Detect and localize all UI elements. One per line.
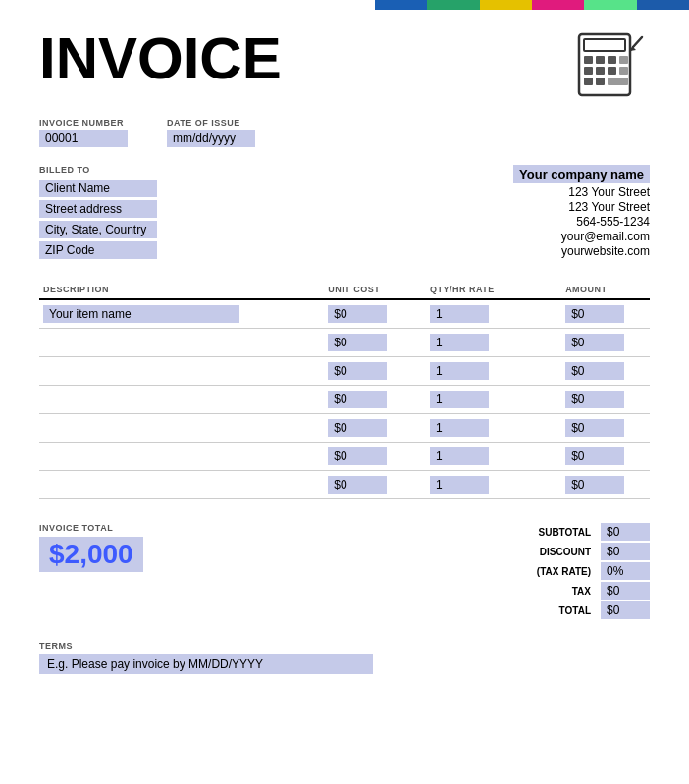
col-header-qty: QTY/HR RATE <box>426 281 561 299</box>
table-cell-description-0: Your item name <box>39 299 324 329</box>
date-of-issue-value[interactable]: mm/dd/yyyy <box>167 130 255 147</box>
total-value[interactable]: $0 <box>601 601 650 619</box>
amount-field-6[interactable]: $0 <box>565 476 624 494</box>
amount-field-5[interactable]: $0 <box>565 447 624 465</box>
unit-cost-field-1[interactable]: $0 <box>328 334 387 351</box>
amount-field-4[interactable]: $0 <box>565 419 624 437</box>
qty-field-1[interactable]: 1 <box>430 334 489 351</box>
qty-field-5[interactable]: 1 <box>430 447 489 465</box>
amount-field-0[interactable]: $0 <box>565 305 624 323</box>
unit-cost-field-3[interactable]: $0 <box>328 391 387 408</box>
table-cell-description-5 <box>39 443 324 471</box>
table-row: $01$0 <box>39 471 650 499</box>
company-phone: 564-555-1234 <box>344 215 650 229</box>
table-cell-unit-6: $0 <box>324 471 426 499</box>
tax-value[interactable]: $0 <box>601 582 650 600</box>
description-field-0[interactable]: Your item name <box>43 305 239 323</box>
amount-field-3[interactable]: $0 <box>565 391 624 408</box>
tax-rate-label: (TAX RATE) <box>375 566 601 577</box>
qty-field-4[interactable]: 1 <box>430 419 489 437</box>
terms-label: TERMS <box>39 641 650 651</box>
company-info-section: Your company name 123 Your Street 123 Yo… <box>344 165 650 261</box>
unit-cost-field-6[interactable]: $0 <box>328 476 387 494</box>
svg-line-13 <box>633 37 642 47</box>
table-cell-description-1 <box>39 329 324 357</box>
table-cell-description-2 <box>39 357 324 386</box>
discount-label: DISCOUNT <box>375 547 601 557</box>
zip-field[interactable]: ZIP Code <box>39 241 157 259</box>
billed-to-label: BILLED TO <box>39 165 344 175</box>
svg-rect-4 <box>608 56 616 64</box>
company-email: your@email.com <box>344 230 650 243</box>
table-cell-unit-4: $0 <box>324 414 426 443</box>
billed-to-section: BILLED TO Client Name Street address Cit… <box>39 165 344 261</box>
svg-rect-6 <box>584 67 593 75</box>
svg-rect-3 <box>596 56 605 64</box>
table-row: $01$0 <box>39 443 650 471</box>
table-row: $01$0 <box>39 414 650 443</box>
svg-rect-9 <box>619 67 628 75</box>
date-of-issue-group: DATE OF ISSUE mm/dd/yyyy <box>167 118 255 147</box>
color-bar-blue <box>375 0 427 10</box>
subtotal-label: SUBTOTAL <box>375 527 601 538</box>
date-of-issue-label: DATE OF ISSUE <box>167 118 255 128</box>
table-cell-description-6 <box>39 471 324 499</box>
qty-field-0[interactable]: 1 <box>430 305 489 323</box>
color-bar-pink <box>532 0 584 10</box>
info-section: BILLED TO Client Name Street address Cit… <box>39 165 650 261</box>
svg-rect-2 <box>584 56 593 64</box>
unit-cost-field-0[interactable]: $0 <box>328 305 387 323</box>
table-cell-unit-3: $0 <box>324 386 426 414</box>
table-cell-amount-2: $0 <box>561 357 650 386</box>
invoice-table: DESCRIPTION UNIT COST QTY/HR RATE AMOUNT… <box>39 281 650 499</box>
company-name-field[interactable]: Your company name <box>513 165 650 183</box>
svg-rect-1 <box>584 39 625 51</box>
amount-field-1[interactable]: $0 <box>565 334 624 351</box>
subtotal-row: SUBTOTAL $0 <box>375 523 650 541</box>
terms-section: TERMS E.g. Please pay invoice by MM/DD/Y… <box>39 641 650 674</box>
qty-field-3[interactable]: 1 <box>430 391 489 408</box>
col-header-unit-cost: UNIT COST <box>324 281 426 299</box>
unit-cost-field-4[interactable]: $0 <box>328 419 387 437</box>
color-bar-ltgreen <box>584 0 636 10</box>
qty-field-2[interactable]: 1 <box>430 362 489 380</box>
invoice-number-group: INVOICE NUMBER 00001 <box>39 118 128 147</box>
table-cell-qty-2: 1 <box>426 357 561 386</box>
table-cell-description-4 <box>39 414 324 443</box>
totals-right: SUBTOTAL $0 DISCOUNT $0 (TAX RATE) 0% TA… <box>375 523 650 621</box>
svg-rect-5 <box>619 56 628 64</box>
invoice-number-value[interactable]: 00001 <box>39 130 128 147</box>
tax-rate-row: (TAX RATE) 0% <box>375 562 650 580</box>
company-address1: 123 Your Street <box>344 185 650 199</box>
color-bar-dkblue <box>637 0 689 10</box>
table-cell-amount-5: $0 <box>561 443 650 471</box>
tax-label: TAX <box>375 586 601 597</box>
city-state-country-field[interactable]: City, State, Country <box>39 221 157 238</box>
table-cell-qty-3: 1 <box>426 386 561 414</box>
invoice-total-value[interactable]: $2,000 <box>39 537 143 572</box>
street-field[interactable]: Street address <box>39 200 157 218</box>
tax-rate-value[interactable]: 0% <box>601 562 650 580</box>
table-row: $01$0 <box>39 329 650 357</box>
col-header-amount: AMOUNT <box>561 281 650 299</box>
table-row: $01$0 <box>39 357 650 386</box>
qty-field-6[interactable]: 1 <box>430 476 489 494</box>
svg-rect-8 <box>608 67 616 75</box>
unit-cost-field-5[interactable]: $0 <box>328 447 387 465</box>
client-name-field[interactable]: Client Name <box>39 180 157 197</box>
table-cell-unit-0: $0 <box>324 299 426 329</box>
subtotal-value[interactable]: $0 <box>601 523 650 541</box>
table-row: Your item name$01$0 <box>39 299 650 329</box>
svg-rect-10 <box>584 78 593 85</box>
svg-rect-0 <box>579 34 630 95</box>
table-row: $01$0 <box>39 386 650 414</box>
amount-field-2[interactable]: $0 <box>565 362 624 380</box>
invoice-title: INVOICE <box>39 29 282 88</box>
discount-value[interactable]: $0 <box>601 543 650 560</box>
calculator-icon <box>571 29 650 108</box>
unit-cost-field-2[interactable]: $0 <box>328 362 387 380</box>
table-cell-qty-5: 1 <box>426 443 561 471</box>
terms-value[interactable]: E.g. Please pay invoice by MM/DD/YYYY <box>39 654 373 674</box>
totals-section: INVOICE TOTAL $2,000 SUBTOTAL $0 DISCOUN… <box>39 515 650 621</box>
header-row: INVOICE <box>39 29 650 108</box>
